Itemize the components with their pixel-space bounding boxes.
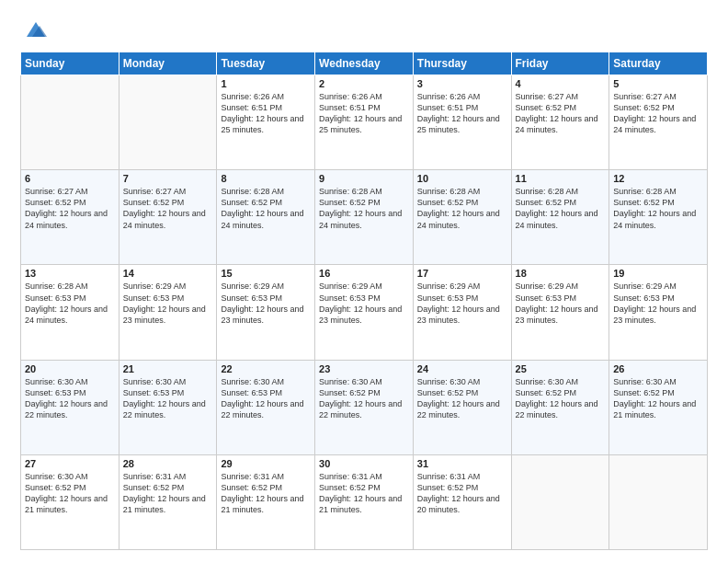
day-detail: Sunrise: 6:29 AMSunset: 6:53 PMDaylight:…	[417, 281, 507, 326]
day-number: 3	[417, 78, 507, 89]
day-detail: Sunrise: 6:26 AMSunset: 6:51 PMDaylight:…	[319, 91, 409, 136]
day-number: 20	[25, 363, 115, 374]
header	[20, 17, 708, 42]
calendar-cell: 18Sunrise: 6:29 AMSunset: 6:53 PMDayligh…	[511, 265, 609, 360]
weekday-header-tuesday: Tuesday	[217, 52, 315, 75]
weekday-header-saturday: Saturday	[609, 52, 708, 75]
day-number: 25	[516, 363, 606, 374]
day-number: 7	[123, 173, 213, 184]
calendar-cell	[21, 75, 119, 170]
calendar-cell: 2Sunrise: 6:26 AMSunset: 6:51 PMDaylight…	[315, 75, 414, 170]
calendar-cell: 12Sunrise: 6:28 AMSunset: 6:52 PMDayligh…	[609, 170, 708, 265]
weekday-header-friday: Friday	[511, 52, 609, 75]
weekday-header-monday: Monday	[119, 52, 217, 75]
day-number: 29	[221, 458, 311, 469]
day-number: 11	[516, 173, 606, 184]
day-detail: Sunrise: 6:28 AMSunset: 6:53 PMDaylight:…	[25, 281, 115, 326]
day-number: 1	[221, 78, 311, 89]
calendar-cell: 13Sunrise: 6:28 AMSunset: 6:53 PMDayligh…	[21, 265, 119, 360]
calendar-cell: 10Sunrise: 6:28 AMSunset: 6:52 PMDayligh…	[413, 170, 511, 265]
calendar-cell: 4Sunrise: 6:27 AMSunset: 6:52 PMDaylight…	[511, 75, 609, 170]
day-detail: Sunrise: 6:29 AMSunset: 6:53 PMDaylight:…	[319, 281, 409, 326]
day-number: 31	[417, 458, 507, 469]
calendar-cell: 19Sunrise: 6:29 AMSunset: 6:53 PMDayligh…	[609, 265, 708, 360]
week-row-2: 6Sunrise: 6:27 AMSunset: 6:52 PMDaylight…	[21, 170, 708, 265]
day-number: 14	[123, 268, 213, 279]
day-detail: Sunrise: 6:31 AMSunset: 6:52 PMDaylight:…	[417, 471, 507, 516]
day-number: 12	[613, 173, 703, 184]
calendar-cell	[119, 75, 217, 170]
day-detail: Sunrise: 6:30 AMSunset: 6:52 PMDaylight:…	[613, 376, 703, 421]
day-detail: Sunrise: 6:26 AMSunset: 6:51 PMDaylight:…	[221, 91, 311, 136]
day-number: 13	[25, 268, 115, 279]
day-number: 26	[613, 363, 703, 374]
calendar-cell: 23Sunrise: 6:30 AMSunset: 6:52 PMDayligh…	[315, 360, 414, 454]
calendar-cell: 5Sunrise: 6:27 AMSunset: 6:52 PMDaylight…	[609, 75, 708, 170]
day-detail: Sunrise: 6:29 AMSunset: 6:53 PMDaylight:…	[613, 281, 703, 326]
day-detail: Sunrise: 6:27 AMSunset: 6:52 PMDaylight:…	[25, 186, 115, 231]
day-number: 22	[221, 363, 311, 374]
day-detail: Sunrise: 6:26 AMSunset: 6:51 PMDaylight:…	[417, 91, 507, 136]
day-number: 4	[516, 78, 606, 89]
week-row-1: 1Sunrise: 6:26 AMSunset: 6:51 PMDaylight…	[21, 75, 708, 170]
calendar-cell: 22Sunrise: 6:30 AMSunset: 6:53 PMDayligh…	[217, 360, 315, 454]
day-detail: Sunrise: 6:31 AMSunset: 6:52 PMDaylight:…	[221, 471, 311, 516]
calendar-cell: 30Sunrise: 6:31 AMSunset: 6:52 PMDayligh…	[315, 454, 414, 549]
day-detail: Sunrise: 6:30 AMSunset: 6:53 PMDaylight:…	[221, 376, 311, 421]
day-detail: Sunrise: 6:30 AMSunset: 6:52 PMDaylight:…	[319, 376, 409, 421]
day-number: 23	[319, 363, 409, 374]
day-detail: Sunrise: 6:27 AMSunset: 6:52 PMDaylight:…	[516, 91, 606, 136]
calendar-cell: 27Sunrise: 6:30 AMSunset: 6:52 PMDayligh…	[21, 454, 119, 549]
calendar-cell: 25Sunrise: 6:30 AMSunset: 6:52 PMDayligh…	[511, 360, 609, 454]
day-number: 19	[613, 268, 703, 279]
day-number: 28	[123, 458, 213, 469]
day-detail: Sunrise: 6:27 AMSunset: 6:52 PMDaylight:…	[123, 186, 213, 231]
calendar-cell: 24Sunrise: 6:30 AMSunset: 6:52 PMDayligh…	[413, 360, 511, 454]
weekday-header-wednesday: Wednesday	[315, 52, 414, 75]
calendar-cell: 29Sunrise: 6:31 AMSunset: 6:52 PMDayligh…	[217, 454, 315, 549]
day-number: 27	[25, 458, 115, 469]
day-detail: Sunrise: 6:31 AMSunset: 6:52 PMDaylight:…	[319, 471, 409, 516]
page: SundayMondayTuesdayWednesdayThursdayFrid…	[0, 0, 728, 563]
calendar-cell: 28Sunrise: 6:31 AMSunset: 6:52 PMDayligh…	[119, 454, 217, 549]
day-detail: Sunrise: 6:28 AMSunset: 6:52 PMDaylight:…	[516, 186, 606, 231]
calendar-cell: 21Sunrise: 6:30 AMSunset: 6:53 PMDayligh…	[119, 360, 217, 454]
calendar-cell: 8Sunrise: 6:28 AMSunset: 6:52 PMDaylight…	[217, 170, 315, 265]
day-detail: Sunrise: 6:30 AMSunset: 6:53 PMDaylight:…	[123, 376, 213, 421]
day-detail: Sunrise: 6:28 AMSunset: 6:52 PMDaylight:…	[417, 186, 507, 231]
day-number: 5	[613, 78, 703, 89]
day-number: 16	[319, 268, 409, 279]
calendar-cell	[511, 454, 609, 549]
calendar-cell: 20Sunrise: 6:30 AMSunset: 6:53 PMDayligh…	[21, 360, 119, 454]
calendar-cell: 3Sunrise: 6:26 AMSunset: 6:51 PMDaylight…	[413, 75, 511, 170]
calendar-cell: 11Sunrise: 6:28 AMSunset: 6:52 PMDayligh…	[511, 170, 609, 265]
calendar-cell	[609, 454, 708, 549]
day-detail: Sunrise: 6:29 AMSunset: 6:53 PMDaylight:…	[516, 281, 606, 326]
weekday-header-sunday: Sunday	[21, 52, 119, 75]
day-detail: Sunrise: 6:30 AMSunset: 6:52 PMDaylight:…	[417, 376, 507, 421]
calendar-cell: 26Sunrise: 6:30 AMSunset: 6:52 PMDayligh…	[609, 360, 708, 454]
day-number: 6	[25, 173, 115, 184]
day-detail: Sunrise: 6:31 AMSunset: 6:52 PMDaylight:…	[123, 471, 213, 516]
calendar-cell: 7Sunrise: 6:27 AMSunset: 6:52 PMDaylight…	[119, 170, 217, 265]
day-detail: Sunrise: 6:29 AMSunset: 6:53 PMDaylight:…	[123, 281, 213, 326]
day-detail: Sunrise: 6:28 AMSunset: 6:52 PMDaylight:…	[319, 186, 409, 231]
day-number: 18	[516, 268, 606, 279]
day-detail: Sunrise: 6:27 AMSunset: 6:52 PMDaylight:…	[613, 91, 703, 136]
day-number: 9	[319, 173, 409, 184]
calendar-cell: 17Sunrise: 6:29 AMSunset: 6:53 PMDayligh…	[413, 265, 511, 360]
day-detail: Sunrise: 6:30 AMSunset: 6:52 PMDaylight:…	[25, 471, 115, 516]
day-number: 30	[319, 458, 409, 469]
logo-icon	[23, 17, 49, 42]
day-detail: Sunrise: 6:30 AMSunset: 6:52 PMDaylight:…	[516, 376, 606, 421]
day-detail: Sunrise: 6:30 AMSunset: 6:53 PMDaylight:…	[25, 376, 115, 421]
day-number: 2	[319, 78, 409, 89]
weekday-header-thursday: Thursday	[413, 52, 511, 75]
day-detail: Sunrise: 6:28 AMSunset: 6:52 PMDaylight:…	[613, 186, 703, 231]
week-row-3: 13Sunrise: 6:28 AMSunset: 6:53 PMDayligh…	[21, 265, 708, 360]
calendar-cell: 9Sunrise: 6:28 AMSunset: 6:52 PMDaylight…	[315, 170, 414, 265]
day-number: 24	[417, 363, 507, 374]
day-number: 15	[221, 268, 311, 279]
calendar-table: SundayMondayTuesdayWednesdayThursdayFrid…	[20, 52, 708, 550]
calendar-cell: 1Sunrise: 6:26 AMSunset: 6:51 PMDaylight…	[217, 75, 315, 170]
